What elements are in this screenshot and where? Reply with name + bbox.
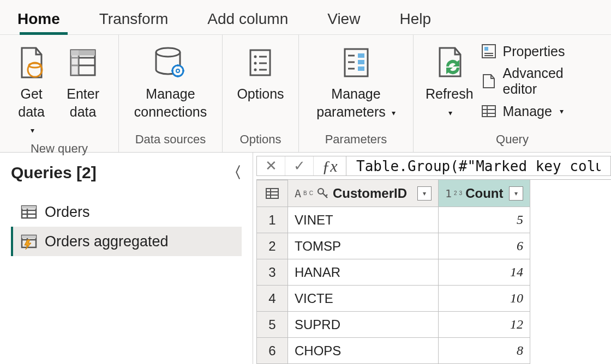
commit-formula-button[interactable]: ✓ [285,156,314,175]
cell-count[interactable]: 12 [439,312,530,338]
grid-corner-menu[interactable] [256,180,288,207]
chevron-down-icon: ▾ [392,108,396,117]
cell-count[interactable]: 5 [439,207,530,233]
table-lightning-icon [20,232,38,251]
filter-button[interactable]: ▾ [417,186,432,201]
cancel-formula-button[interactable]: ✕ [257,156,285,175]
grid-area: ✕ ✓ ƒx ABC CustomerID ▾ [253,153,611,364]
table-row[interactable]: 4VICTE10 [256,286,611,312]
properties-icon [480,43,498,60]
properties-button[interactable]: Properties [480,43,598,60]
tab-help[interactable]: Help [397,5,433,34]
collapse-pane-button[interactable]: 〈 [226,162,242,183]
query-item-orders[interactable]: Orders [11,197,242,227]
options-icon [246,43,274,83]
cell-count[interactable]: 14 [439,259,530,286]
svg-rect-46 [266,189,278,198]
cell-count[interactable]: 8 [439,338,530,364]
manage-query-button[interactable]: Manage ▾ [480,102,598,120]
group-options: Options Options [223,35,299,152]
group-label-options: Options [223,129,298,152]
formula-input[interactable] [346,156,610,175]
refresh-button[interactable]: Refresh▾ [421,39,478,120]
cell-customerid[interactable]: HANAR [288,259,439,286]
row-number: 1 [256,207,288,233]
queries-pane-title: Queries [2] [11,163,97,182]
chevron-down-icon: ▾ [31,126,34,135]
enter-data-button[interactable]: Enter data [55,39,111,120]
text-type-icon: ABC [295,187,313,200]
svg-rect-23 [358,53,364,58]
table-row[interactable]: 3HANAR14 [256,259,611,286]
table-row[interactable]: 1VINET5 [256,207,611,233]
column-header-customerid[interactable]: ABC CustomerID ▾ [288,180,439,207]
group-label-query: Query [414,129,611,152]
parameters-icon [340,43,372,83]
manage-connections-button[interactable]: Manage connections [127,39,214,120]
queries-pane: Queries [2] 〈 Orders Orders aggregated [0,153,253,364]
number-type-icon: 123 [445,187,462,200]
ribbon: Get data▾ Enter data New query Manage co… [0,35,611,153]
get-data-icon [16,43,47,83]
query-item-orders-aggregated[interactable]: Orders aggregated [11,227,242,256]
get-data-button[interactable]: Get data▾ [8,39,55,138]
tab-home[interactable]: Home [15,5,62,34]
svg-rect-25 [358,66,364,71]
manage-parameters-button[interactable]: Manage parameters ▾ [307,39,405,120]
column-header-count[interactable]: 123 Count ▾ [439,180,530,207]
filter-button[interactable]: ▾ [509,186,523,201]
database-gear-icon [152,43,190,83]
chevron-down-icon: ▾ [560,107,564,116]
row-number: 4 [256,286,288,312]
tab-transform[interactable]: Transform [97,5,171,34]
table-row[interactable]: 5SUPRD12 [256,312,611,338]
advanced-editor-icon [480,72,498,90]
cell-customerid[interactable]: TOMSP [288,233,439,259]
table-row[interactable]: 2TOMSP6 [256,233,611,259]
svg-rect-45 [22,235,36,238]
row-number: 3 [256,259,288,286]
options-button[interactable]: Options [232,39,288,103]
column-name: CustomerID [333,186,407,201]
formula-bar: ✕ ✓ ƒx [256,156,611,176]
advanced-editor-button[interactable]: Advanced editor [480,65,598,97]
row-number: 5 [256,312,288,338]
row-number: 2 [256,233,288,259]
query-item-label: Orders aggregated [45,233,169,250]
svg-rect-30 [484,47,488,51]
svg-point-16 [254,56,257,58]
svg-rect-41 [22,206,36,209]
tab-add-column[interactable]: Add column [205,5,290,34]
fx-icon: ƒx [314,156,346,175]
table-icon [20,203,38,221]
svg-point-1 [29,63,41,68]
table-icon [480,102,498,120]
svg-rect-33 [482,106,495,117]
ribbon-tabs: Home Transform Add column View Help [0,0,611,35]
cell-count[interactable]: 6 [439,233,530,259]
cell-customerid[interactable]: SUPRD [288,312,439,338]
enter-data-icon [68,43,98,83]
column-name: Count [465,186,503,201]
svg-rect-24 [358,60,364,64]
svg-point-9 [172,65,183,76]
cell-count[interactable]: 10 [439,286,530,312]
key-icon [316,187,330,200]
query-item-label: Orders [45,204,90,221]
refresh-icon [432,43,467,83]
row-number: 6 [256,338,288,364]
cell-customerid[interactable]: CHOPS [288,338,439,364]
group-label-data-sources: Data sources [119,129,222,152]
cell-customerid[interactable]: VINET [288,207,439,233]
main-area: Queries [2] 〈 Orders Orders aggregated ✕… [0,153,611,364]
svg-rect-7 [71,50,79,75]
svg-point-17 [254,62,257,65]
group-label-parameters: Parameters [299,129,413,152]
svg-point-18 [254,69,257,71]
data-grid: ABC CustomerID ▾ 123 Count ▾ 1VINET52TOM… [256,179,611,364]
tab-view[interactable]: View [325,5,362,34]
group-query: Refresh▾ Properties Advanced editor Mana… [414,35,611,152]
svg-point-8 [156,48,180,57]
cell-customerid[interactable]: VICTE [288,286,439,312]
table-row[interactable]: 6CHOPS8 [256,338,611,364]
